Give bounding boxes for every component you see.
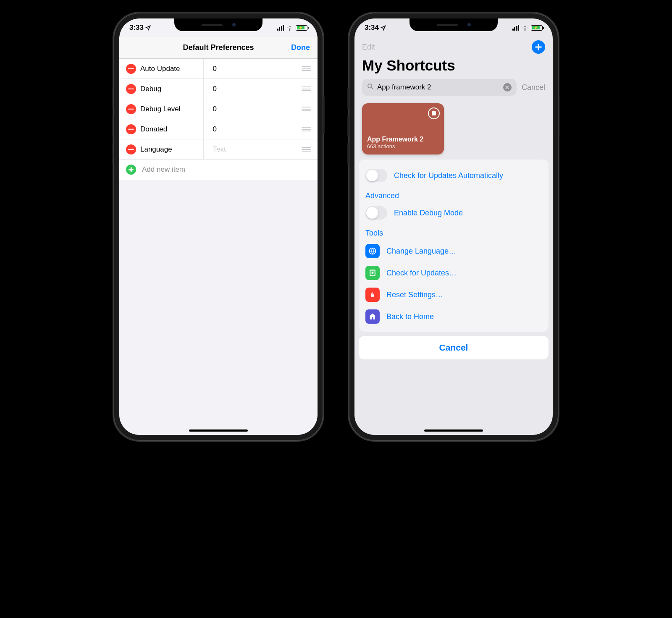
section-header-advanced: Advanced	[365, 186, 542, 203]
action-sheet: Check for Updates Automatically Advanced…	[359, 160, 549, 332]
tool-back-home[interactable]: Back to Home	[365, 306, 542, 327]
status-icons: ⚡	[512, 25, 543, 31]
globe-icon	[365, 244, 380, 258]
search-icon	[367, 83, 374, 92]
search-input[interactable]: App framework 2 ✕	[362, 79, 517, 96]
edit-button[interactable]: Edit	[362, 43, 375, 52]
add-shortcut-button[interactable]	[532, 40, 545, 54]
signal-icon	[512, 25, 520, 31]
shortcut-name: App Framework 2	[367, 136, 439, 143]
topbar: Edit	[354, 37, 553, 54]
tool-check-updates[interactable]: Check for Updates…	[365, 262, 542, 284]
pref-key: Debug	[140, 85, 199, 93]
page-title: Default Preferences	[183, 43, 254, 52]
pref-value[interactable]: 0	[208, 65, 298, 73]
tool-label: Back to Home	[386, 312, 434, 321]
svg-line-1	[371, 87, 373, 89]
page-title: My Shortcuts	[354, 54, 553, 79]
svg-point-0	[368, 84, 372, 88]
pref-value[interactable]: 0	[208, 85, 298, 93]
search-query: App framework 2	[377, 83, 500, 92]
time-text: 3:34	[365, 24, 379, 32]
table-row[interactable]: Debug Level 0	[119, 99, 318, 119]
add-item-button[interactable]: Add new item	[119, 160, 318, 180]
drag-handle-icon[interactable]	[302, 107, 311, 111]
drag-handle-icon[interactable]	[302, 86, 311, 91]
table-row[interactable]: Auto Update 0	[119, 59, 318, 79]
home-icon	[365, 309, 380, 324]
home-indicator[interactable]	[189, 429, 248, 432]
pref-value-placeholder[interactable]: Text	[208, 145, 298, 154]
pref-key: Donated	[140, 125, 199, 134]
table-row[interactable]: Language Text	[119, 139, 318, 160]
tool-label: Reset Settings…	[386, 291, 443, 299]
status-icons: ⚡	[277, 25, 308, 31]
delete-icon[interactable]	[126, 124, 136, 134]
status-time: 3:34	[365, 24, 386, 32]
tool-change-language[interactable]: Change Language…	[365, 240, 542, 262]
drag-handle-icon[interactable]	[302, 147, 311, 152]
tool-reset-settings[interactable]: Reset Settings…	[365, 284, 542, 306]
delete-icon[interactable]	[126, 144, 136, 154]
drag-handle-icon[interactable]	[302, 66, 311, 71]
pref-key: Debug Level	[140, 105, 199, 113]
location-icon	[381, 25, 386, 31]
battery-icon: ⚡	[296, 25, 307, 31]
plus-icon	[126, 165, 136, 175]
pref-key: Auto Update	[140, 65, 199, 73]
preferences-table: Auto Update 0 Debug 0 Debug Level 0	[119, 59, 318, 180]
table-row[interactable]: Debug 0	[119, 79, 318, 99]
toggle-label: Check for Updates Automatically	[394, 171, 503, 180]
tool-label: Check for Updates…	[386, 269, 457, 278]
delete-icon[interactable]	[126, 84, 136, 94]
notch	[410, 18, 498, 31]
pref-value[interactable]: 0	[208, 105, 298, 113]
drag-handle-icon[interactable]	[302, 127, 311, 131]
cancel-sheet-button[interactable]: Cancel	[359, 336, 549, 359]
navbar: Default Preferences Done	[119, 37, 318, 59]
notch	[174, 18, 262, 31]
add-item-label: Add new item	[142, 165, 185, 174]
wifi-icon	[286, 25, 294, 31]
cancel-search-button[interactable]: Cancel	[522, 83, 545, 92]
done-button[interactable]: Done	[291, 43, 310, 52]
screen-preferences: 3:33 ⚡ Default Preferences Done Auto Upd…	[119, 18, 318, 435]
wifi-icon	[521, 25, 529, 31]
status-time: 3:33	[129, 24, 151, 32]
clear-search-button[interactable]: ✕	[503, 83, 512, 92]
toggle-switch[interactable]	[365, 169, 387, 182]
signal-icon	[277, 25, 284, 31]
toggle-switch[interactable]	[365, 206, 387, 220]
phone-left: 3:33 ⚡ Default Preferences Done Auto Upd…	[113, 13, 323, 441]
stop-icon[interactable]	[428, 107, 440, 119]
toggle-label: Enable Debug Mode	[394, 209, 463, 217]
home-indicator[interactable]	[424, 429, 483, 432]
table-row[interactable]: Donated 0	[119, 119, 318, 139]
time-text: 3:33	[129, 24, 144, 32]
battery-icon: ⚡	[531, 25, 543, 31]
section-header-tools: Tools	[365, 223, 542, 240]
search-row: App framework 2 ✕ Cancel	[354, 79, 553, 102]
check-updates-auto-row[interactable]: Check for Updates Automatically	[365, 165, 542, 186]
screen-shortcuts: 3:34 ⚡ Edit My Shortcuts App framework 2…	[354, 18, 553, 435]
pref-value[interactable]: 0	[208, 125, 298, 134]
flame-icon	[365, 288, 380, 302]
phone-right: 3:34 ⚡ Edit My Shortcuts App framework 2…	[349, 13, 559, 441]
pref-key: Language	[140, 145, 199, 154]
download-icon	[365, 266, 380, 280]
shortcut-meta: 663 actions	[367, 143, 439, 149]
delete-icon[interactable]	[126, 64, 136, 74]
delete-icon[interactable]	[126, 104, 136, 114]
enable-debug-row[interactable]: Enable Debug Mode	[365, 203, 542, 223]
location-icon	[145, 25, 151, 31]
cancel-label: Cancel	[439, 343, 468, 353]
shortcut-card[interactable]: App Framework 2 663 actions	[362, 103, 444, 154]
tool-label: Change Language…	[386, 247, 456, 256]
